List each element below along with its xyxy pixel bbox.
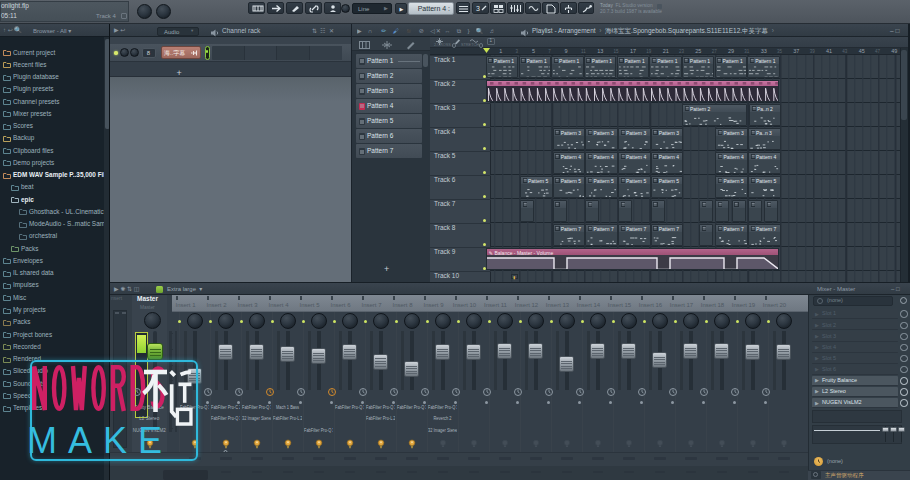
svg-text:3: 3 [476,5,480,12]
